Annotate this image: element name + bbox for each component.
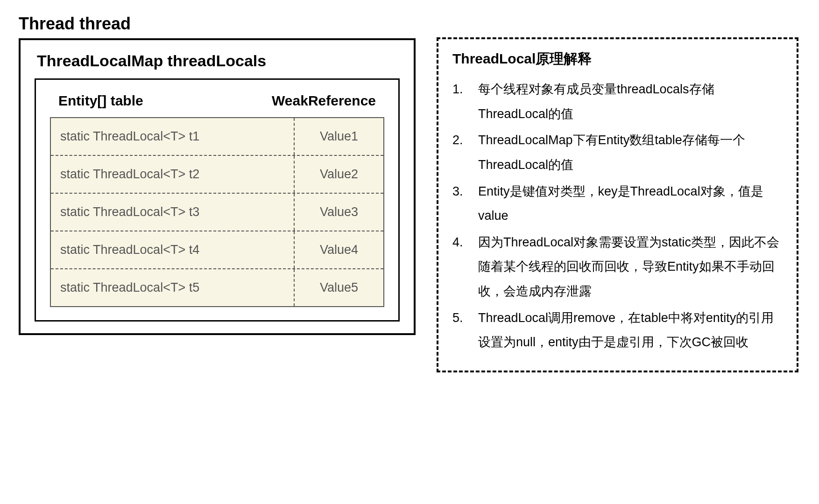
explanation-item: 每个线程对象有成员变量threadLocals存储ThreadLocal的值 (452, 77, 783, 126)
cell-value: Value5 (295, 269, 383, 306)
table-headers: Entity[] table WeakReference (50, 93, 384, 117)
entity-table: static ThreadLocal<T> t1 Value1 static T… (50, 117, 384, 307)
thread-box: ThreadLocalMap threadLocals Entity[] tab… (19, 38, 416, 335)
cell-key: static ThreadLocal<T> t4 (51, 231, 295, 268)
table-row: static ThreadLocal<T> t5 Value5 (51, 269, 383, 306)
header-entity-table: Entity[] table (58, 93, 143, 109)
explanation-title: ThreadLocal原理解释 (452, 49, 783, 69)
cell-value: Value4 (295, 231, 383, 268)
cell-value: Value2 (295, 156, 383, 193)
explanation-item: 因为ThreadLocal对象需要设置为static类型，因此不会随着某个线程的… (452, 230, 783, 304)
cell-key: static ThreadLocal<T> t3 (51, 194, 295, 231)
cell-value: Value3 (295, 194, 383, 231)
explanation-list: 每个线程对象有成员变量threadLocals存储ThreadLocal的值 T… (452, 77, 783, 355)
table-row: static ThreadLocal<T> t4 Value4 (51, 231, 383, 269)
map-box: Entity[] table WeakReference static Thre… (35, 78, 400, 322)
header-weak-reference: WeakReference (272, 93, 376, 109)
table-row: static ThreadLocal<T> t2 Value2 (51, 156, 383, 194)
explanation-item: Entity是键值对类型，key是ThreadLocal对象，值是value (452, 179, 783, 228)
explanation-item: ThreadLocal调用remove，在table中将对entity的引用设置… (452, 306, 783, 355)
thread-title: Thread thread (19, 14, 416, 34)
cell-key: static ThreadLocal<T> t5 (51, 269, 295, 306)
cell-key: static ThreadLocal<T> t1 (51, 118, 295, 155)
cell-key: static ThreadLocal<T> t2 (51, 156, 295, 193)
diagram-container: Thread thread ThreadLocalMap threadLocal… (19, 14, 800, 372)
explanation-box: ThreadLocal原理解释 每个线程对象有成员变量threadLocals存… (437, 37, 798, 372)
map-title: ThreadLocalMap threadLocals (35, 52, 400, 70)
explanation-item: ThreadLocalMap下有Entity数组table存储每一个Thread… (452, 128, 783, 177)
left-section: Thread thread ThreadLocalMap threadLocal… (19, 14, 416, 335)
table-row: static ThreadLocal<T> t1 Value1 (51, 118, 383, 156)
table-row: static ThreadLocal<T> t3 Value3 (51, 194, 383, 231)
cell-value: Value1 (295, 118, 383, 155)
